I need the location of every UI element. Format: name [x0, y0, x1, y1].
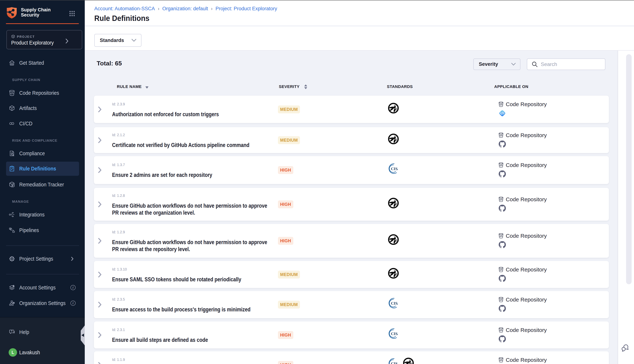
- svg-text:?: ?: [11, 330, 13, 333]
